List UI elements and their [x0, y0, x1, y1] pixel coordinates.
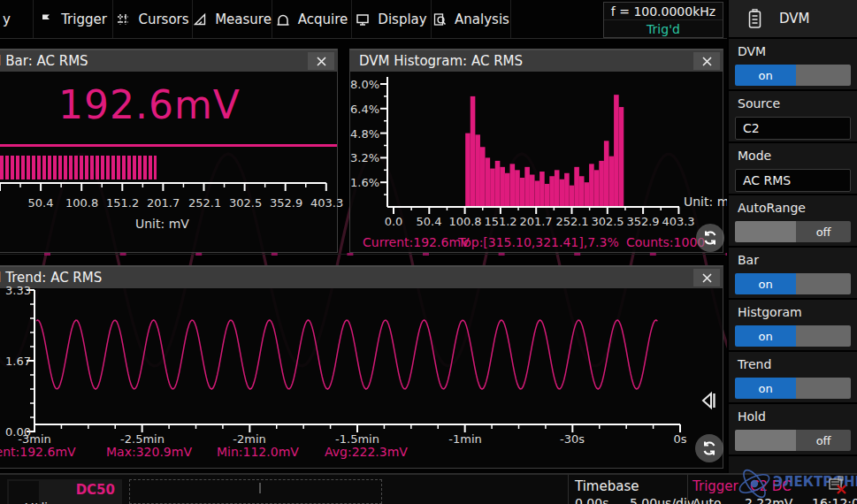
- flag-icon: [39, 12, 53, 27]
- toggle-on-half: on: [735, 325, 796, 347]
- trigger-mode: Auto: [692, 496, 722, 504]
- histogram-y-tick-label: 4.8%: [350, 127, 379, 141]
- sidebar-section-histgoram: Histgoramon: [729, 300, 857, 352]
- placeholder-marker: [130, 480, 381, 503]
- dvm-meter-icon: [748, 9, 761, 28]
- toggle-on-half: on: [735, 65, 796, 86]
- sidebar-section-label: Trend: [729, 352, 857, 371]
- trigger-level: 2.22mV: [745, 496, 792, 504]
- bar-axis-tick-label: 403.3: [310, 196, 342, 210]
- histogram-refresh-button[interactable]: [696, 224, 724, 252]
- histogram-y-tick-label: 1.6%: [350, 176, 379, 189]
- menu-item-trigger[interactable]: Trigger: [34, 0, 113, 38]
- menu: yTriggerCursorsMeasureAcquireDisplayAnal…: [0, 0, 511, 38]
- toggle-on-half: on: [735, 378, 796, 399]
- histogram-counts-stat: Counts:1000: [626, 235, 705, 249]
- menu-item-acquire[interactable]: Acquire: [272, 0, 352, 38]
- autorange-toggle[interactable]: off: [735, 221, 851, 242]
- trend-y-tick-label: 3.33: [0, 284, 31, 297]
- trend-toggle[interactable]: on: [735, 378, 851, 399]
- trigger-status: Trig'd: [604, 20, 723, 37]
- menu-item-display[interactable]: Display: [352, 0, 432, 38]
- sidebar-section-source: SourceC2: [729, 91, 857, 143]
- menu-item-label: Analysis: [455, 11, 509, 27]
- toggle-off-half: [796, 325, 851, 347]
- dvm-bar-panel: DVM Bar: AC RMS 192.6mV 50.4100.8151.220…: [0, 49, 338, 253]
- toggle-on-half: [735, 430, 796, 451]
- hold-toggle[interactable]: off: [735, 430, 851, 451]
- channel-descriptor-box[interactable]: DC50 mV/div: [7, 479, 122, 504]
- refresh-icon: [701, 229, 719, 247]
- sidebar-section-label: Hold: [729, 404, 857, 424]
- trend-x-tick-label: -1.5min: [331, 432, 384, 446]
- frequency-readout: f = 100.0000kHz Trig'd: [603, 2, 723, 38]
- histogram-top-stat: Top:[315.10,321.41],7.3%: [458, 235, 619, 249]
- trend-step-button[interactable]: [697, 389, 720, 412]
- menu-item-label: y: [3, 11, 11, 27]
- cursors-icon: [116, 12, 130, 27]
- channel-coupling: DC50: [76, 482, 115, 498]
- trend-current-stat: Current:192.6mV: [0, 445, 76, 459]
- sidebar-section-label: DVM: [729, 39, 857, 58]
- trend-x-tick-label: -1min: [439, 432, 492, 446]
- trend-refresh-button[interactable]: [695, 434, 723, 462]
- bar-toggle[interactable]: on: [735, 273, 851, 294]
- sidebar-section-label: Bar: [729, 248, 857, 267]
- histogram-y-tick-label: 6.4%: [350, 103, 379, 116]
- histgoram-toggle[interactable]: on: [735, 325, 851, 347]
- histogram-x-tick-label: 0.0: [376, 215, 411, 228]
- sidebar-section-mode: ModeAC RMS: [729, 143, 857, 195]
- toggle-on-half: [735, 221, 796, 242]
- toggle-off-half: [796, 378, 851, 399]
- dvm-toggle[interactable]: on: [735, 65, 851, 86]
- histogram-x-tick-label: 252.1: [555, 215, 590, 228]
- sidebar-section-autorange: AutoRangeoff: [729, 195, 857, 248]
- menu-item-measure[interactable]: Measure: [193, 0, 272, 38]
- timebase-scale: 5.00us/div: [630, 496, 694, 504]
- sidebar-section-label: Histgoram: [729, 300, 857, 319]
- sidebar-header: DVM: [729, 0, 857, 39]
- bar-axis-tick-label: 302.5: [229, 196, 261, 210]
- sidebar-section-label: Source: [729, 91, 857, 111]
- trend-x-tick-label: -3min: [8, 432, 61, 446]
- timebase-label[interactable]: Timebase: [575, 478, 639, 494]
- histogram-x-tick-label: 201.7: [518, 215, 554, 228]
- histogram-x-tick-label: 352.9: [625, 215, 661, 228]
- toggle-off-half: off: [796, 221, 851, 242]
- trend-x-tick-label: -2.5min: [116, 432, 169, 446]
- source-value[interactable]: C2: [735, 117, 851, 140]
- menu-item-analysis[interactable]: Analysis: [432, 0, 511, 38]
- sidebar-section-bar: Baron: [729, 248, 857, 300]
- bottom-status-bar: DC50 mV/div Timebase 0.00s 5.00us/div Tr…: [0, 473, 857, 504]
- toggle-off-half: off: [796, 430, 851, 451]
- sidebar-section-label: Mode: [729, 143, 857, 163]
- bar-axis-tick-label: 50.4: [25, 196, 57, 210]
- bar-axis-tick-label: 201.7: [147, 196, 179, 210]
- sidebar-section-dvm: DVMon: [729, 39, 857, 91]
- bar-axis-tick-label: 151.2: [106, 196, 138, 210]
- dvm-histogram-panel: DVM Histogram: AC RMS 8.0%6.4%4.8%3.2%1.…: [349, 49, 723, 253]
- mode-value[interactable]: AC RMS: [735, 169, 851, 192]
- trigger-label[interactable]: Trigger: [692, 478, 738, 494]
- menu-item-y[interactable]: y: [0, 0, 34, 38]
- bar-axis-tick-label: 252.1: [188, 196, 220, 210]
- step-back-icon: [699, 391, 718, 410]
- histogram-unit-label: Unit: mV: [684, 195, 727, 209]
- sidebar-section-trend: Trendon: [729, 352, 857, 404]
- acquire-icon: [276, 12, 290, 27]
- trend-min-stat: Min:112.0mV: [217, 445, 299, 459]
- dvm-trend-panel: DVM Trend: AC RMS 3.331.670.00-3min-2.5m…: [0, 265, 723, 469]
- refresh-icon: [700, 439, 718, 457]
- digital-placeholder-box: [129, 479, 382, 504]
- histogram-x-tick-label: 403.3: [661, 215, 696, 228]
- histogram-x-tick-label: 151.2: [483, 215, 518, 228]
- analysis-icon: [432, 12, 447, 27]
- bar-unit-label: Unit: mV: [135, 217, 189, 231]
- frequency-value: f = 100.0000kHz: [604, 3, 723, 20]
- menu-item-label: Trigger: [61, 11, 107, 27]
- toggle-off-half: [796, 65, 851, 86]
- toggle-off-half: [796, 273, 851, 294]
- menu-item-cursors[interactable]: Cursors: [113, 0, 193, 38]
- sidebar-section-label: AutoRange: [729, 195, 857, 215]
- trend-y-tick-label: 1.67: [0, 355, 31, 368]
